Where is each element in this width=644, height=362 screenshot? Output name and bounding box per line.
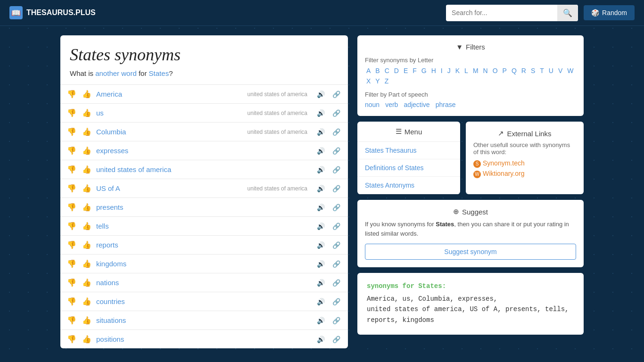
link-button[interactable]: 🔗 [330, 240, 342, 250]
thumbs-up-button[interactable]: 👍 [81, 183, 92, 194]
letter-filter-link[interactable]: B [374, 66, 381, 75]
letter-filter-link[interactable]: Q [510, 66, 518, 75]
sound-button[interactable]: 🔊 [315, 90, 327, 99]
sound-button[interactable]: 🔊 [315, 203, 327, 212]
thumbs-up-button[interactable]: 👍 [81, 334, 92, 345]
thumbs-up-button[interactable]: 👍 [81, 277, 92, 288]
sound-button[interactable]: 🔊 [315, 108, 327, 118]
thumbs-up-button[interactable]: 👍 [81, 202, 92, 213]
thumbs-down-button[interactable]: 👎 [66, 164, 77, 175]
synonym-link[interactable]: tells [96, 222, 311, 230]
thumbs-up-button[interactable]: 👍 [81, 239, 92, 250]
synonym-link[interactable]: US of A [96, 184, 244, 192]
sound-button[interactable]: 🔊 [315, 297, 327, 306]
suggest-button[interactable]: Suggest synonym [365, 244, 576, 260]
synonym-link[interactable]: positions [96, 335, 311, 343]
link-button[interactable]: 🔗 [330, 203, 342, 212]
link-button[interactable]: 🔗 [330, 184, 342, 193]
thumbs-up-button[interactable]: 👍 [81, 315, 92, 326]
link-button[interactable]: 🔗 [330, 90, 342, 99]
synonym-link[interactable]: America [96, 90, 244, 98]
letter-filter-link[interactable]: I [439, 66, 444, 75]
letter-filter-link[interactable]: R [520, 66, 528, 75]
link-button[interactable]: 🔗 [330, 316, 342, 325]
letter-filter-link[interactable]: Z [383, 77, 390, 85]
letter-filter-link[interactable]: G [420, 66, 428, 75]
random-button[interactable]: 🎲 Random [584, 5, 635, 20]
thumbs-down-button[interactable]: 👎 [66, 145, 77, 156]
external-link[interactable]: WWiktionary.org [473, 170, 576, 178]
thumbs-up-button[interactable]: 👍 [81, 126, 92, 137]
letter-filter-link[interactable]: X [365, 77, 372, 85]
thumbs-up-button[interactable]: 👍 [81, 107, 92, 118]
pos-filter-verb[interactable]: verb [385, 101, 398, 108]
sound-button[interactable]: 🔊 [315, 184, 327, 193]
letter-filter-link[interactable]: W [566, 66, 575, 75]
letter-filter-link[interactable]: H [430, 66, 438, 75]
synonym-link[interactable]: Columbia [96, 128, 244, 136]
thumbs-down-button[interactable]: 👎 [66, 202, 77, 213]
link-button[interactable]: 🔗 [330, 222, 342, 231]
search-button[interactable]: 🔍 [557, 5, 578, 21]
thumbs-down-button[interactable]: 👎 [66, 334, 77, 345]
thumbs-down-button[interactable]: 👎 [66, 239, 77, 250]
letter-filter-link[interactable]: N [482, 66, 489, 75]
thumbs-down-button[interactable]: 👎 [66, 277, 77, 288]
synonym-link[interactable]: us [96, 109, 244, 117]
sound-button[interactable]: 🔊 [315, 146, 327, 156]
synonym-link[interactable]: reports [96, 241, 311, 249]
thumbs-up-button[interactable]: 👍 [81, 296, 92, 307]
link-button[interactable]: 🔗 [330, 335, 342, 344]
thumbs-down-button[interactable]: 👎 [66, 89, 77, 99]
letter-filter-link[interactable]: M [471, 66, 480, 75]
sound-button[interactable]: 🔊 [315, 222, 327, 231]
pos-filter-phrase[interactable]: phrase [436, 101, 456, 108]
letter-filter-link[interactable]: P [501, 66, 508, 75]
thumbs-up-button[interactable]: 👍 [81, 89, 92, 99]
link-button[interactable]: 🔗 [330, 165, 342, 174]
synonym-link[interactable]: kingdoms [96, 260, 311, 268]
synonym-link[interactable]: united states of america [96, 165, 311, 173]
letter-filter-link[interactable]: S [529, 66, 537, 75]
menu-item[interactable]: Definitions of States [357, 159, 460, 177]
link-button[interactable]: 🔗 [330, 146, 342, 156]
thumbs-down-button[interactable]: 👎 [66, 221, 77, 231]
letter-filter-link[interactable]: J [446, 66, 452, 75]
synonym-link[interactable]: situations [96, 316, 311, 324]
synonym-link[interactable]: expresses [96, 147, 311, 155]
thumbs-down-button[interactable]: 👎 [66, 296, 77, 307]
letter-filter-link[interactable]: C [383, 66, 391, 75]
link-button[interactable]: 🔗 [330, 108, 342, 118]
sound-button[interactable]: 🔊 [315, 335, 327, 344]
thumbs-up-button[interactable]: 👍 [81, 258, 92, 269]
link-button[interactable]: 🔗 [330, 127, 342, 137]
pos-filter-noun[interactable]: noun [365, 101, 380, 108]
synonym-link[interactable]: nations [96, 279, 311, 287]
thumbs-up-button[interactable]: 👍 [81, 145, 92, 156]
letter-filter-link[interactable]: K [454, 66, 461, 75]
sound-button[interactable]: 🔊 [315, 316, 327, 325]
link-button[interactable]: 🔗 [330, 259, 342, 269]
letter-filter-link[interactable]: E [402, 66, 409, 75]
synonym-link[interactable]: countries [96, 297, 311, 305]
letter-filter-link[interactable]: D [393, 66, 400, 75]
search-input[interactable] [446, 5, 557, 20]
another-word-link[interactable]: another word [95, 69, 137, 77]
letter-filter-link[interactable]: Y [374, 77, 381, 85]
letter-filter-link[interactable]: U [547, 66, 555, 75]
link-button[interactable]: 🔗 [330, 278, 342, 288]
menu-item[interactable]: States Antonyms [357, 177, 460, 194]
letter-filter-link[interactable]: T [538, 66, 545, 75]
synonym-link[interactable]: presents [96, 203, 311, 211]
thumbs-down-button[interactable]: 👎 [66, 107, 77, 118]
sound-button[interactable]: 🔊 [315, 165, 327, 174]
letter-filter-link[interactable]: L [463, 66, 470, 75]
states-link[interactable]: States [149, 69, 169, 77]
thumbs-down-button[interactable]: 👎 [66, 126, 77, 137]
letter-filter-link[interactable]: O [491, 66, 499, 75]
letter-filter-link[interactable]: A [365, 66, 372, 75]
sound-button[interactable]: 🔊 [315, 259, 327, 269]
logo[interactable]: 📖 THESAURUS.PLUS [9, 6, 96, 19]
external-link[interactable]: SSynonym.tech [473, 159, 576, 168]
sound-button[interactable]: 🔊 [315, 127, 327, 137]
